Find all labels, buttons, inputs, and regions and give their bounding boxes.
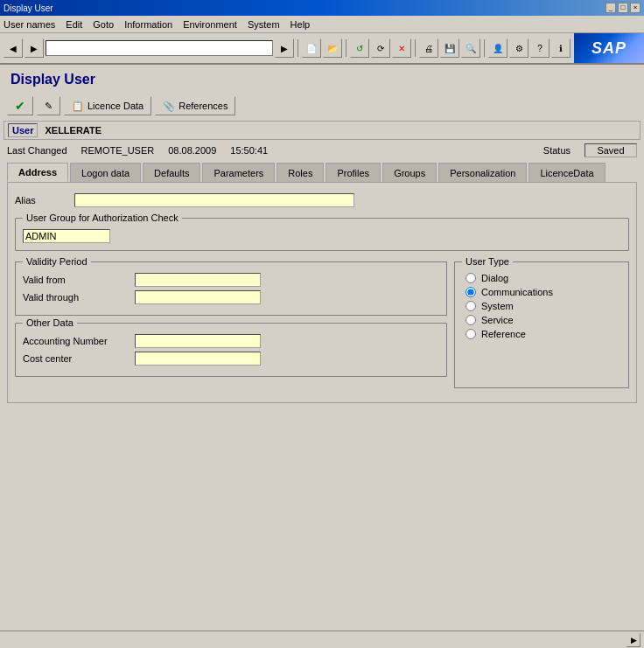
user-type-box: User Type Dialog Communications Syste bbox=[454, 261, 629, 388]
minimize-button[interactable]: _ bbox=[606, 3, 616, 13]
references-icon: 📎 bbox=[163, 101, 175, 112]
button-bar: ✔ ✎ 📋 Licence Data 📎 References bbox=[4, 94, 640, 117]
radio-reference-input[interactable] bbox=[466, 329, 476, 339]
radio-dialog-input[interactable] bbox=[466, 273, 476, 283]
forward-button[interactable]: ▶ bbox=[24, 38, 44, 58]
menu-bar: User names Edit Goto Information Environ… bbox=[0, 16, 644, 33]
menu-goto[interactable]: Goto bbox=[93, 19, 114, 30]
cost-center-row: Cost center bbox=[23, 352, 439, 366]
window-controls[interactable]: _ □ × bbox=[606, 3, 640, 13]
find-btn[interactable]: 🔍 bbox=[461, 38, 480, 58]
cost-center-input[interactable] bbox=[135, 352, 261, 366]
refresh-btn[interactable]: ⟳ bbox=[371, 38, 390, 58]
header-area: ◀ ▶ ▶ 📄 📂 ↺ ⟳ ✕ 🖨 💾 🔍 👤 ⚙ ? ℹ SAP bbox=[0, 33, 644, 65]
menu-system[interactable]: System bbox=[248, 19, 280, 30]
radio-dialog[interactable]: Dialog bbox=[466, 273, 618, 283]
radio-system-label: System bbox=[481, 301, 514, 311]
alias-label: Alias bbox=[15, 195, 67, 206]
close-button[interactable]: × bbox=[630, 3, 640, 13]
licence-data-button[interactable]: 📋 Licence Data bbox=[64, 96, 151, 115]
menu-help[interactable]: Help bbox=[290, 19, 311, 30]
references-button[interactable]: 📎 References bbox=[155, 96, 235, 115]
tab-roles[interactable]: Roles bbox=[276, 163, 324, 182]
accounting-number-input[interactable] bbox=[135, 334, 261, 348]
status-label: Status bbox=[543, 145, 570, 156]
left-column: Validity Period Valid from Valid through bbox=[15, 261, 447, 395]
valid-from-row: Valid from bbox=[23, 273, 439, 287]
user-group-input[interactable] bbox=[23, 229, 110, 243]
valid-through-input[interactable] bbox=[135, 290, 261, 304]
tab-profiles[interactable]: Profiles bbox=[326, 163, 381, 182]
radio-system[interactable]: System bbox=[466, 301, 618, 311]
toolbar: ◀ ▶ ▶ 📄 📂 ↺ ⟳ ✕ 🖨 💾 🔍 👤 ⚙ ? ℹ bbox=[0, 33, 574, 63]
radio-communications-input[interactable] bbox=[466, 287, 476, 297]
changed-date-value: 08.08.2009 bbox=[168, 145, 216, 156]
valid-through-row: Valid through bbox=[23, 290, 439, 304]
new-button[interactable]: 📄 bbox=[302, 38, 321, 58]
valid-from-label: Valid from bbox=[23, 275, 128, 285]
licence-icon: 📋 bbox=[72, 101, 84, 112]
validity-period-content: Valid from Valid through bbox=[23, 273, 439, 304]
check-icon-btn[interactable]: ✔ bbox=[7, 96, 33, 115]
go-button[interactable]: ▶ bbox=[275, 38, 294, 58]
right-column: User Type Dialog Communications Syste bbox=[454, 261, 629, 395]
tab-personalization[interactable]: Personalization bbox=[438, 163, 527, 182]
validity-period-box: Validity Period Valid from Valid through bbox=[15, 261, 447, 316]
green-btn[interactable]: ↺ bbox=[350, 38, 369, 58]
radio-communications[interactable]: Communications bbox=[466, 287, 618, 297]
user-group-title: User Group for Authorization Check bbox=[23, 213, 182, 223]
tab-logon-data[interactable]: Logon data bbox=[70, 163, 141, 182]
back-button[interactable]: ◀ bbox=[4, 38, 23, 58]
tab-licence-data[interactable]: LicenceData bbox=[528, 163, 605, 182]
menu-edit[interactable]: Edit bbox=[66, 19, 82, 30]
address-input[interactable] bbox=[46, 40, 273, 56]
separator-4 bbox=[484, 39, 485, 57]
radio-communications-label: Communications bbox=[481, 287, 553, 297]
changed-by-value: REMOTE_USER bbox=[81, 145, 155, 156]
save-btn[interactable]: 💾 bbox=[440, 38, 459, 58]
cost-center-label: Cost center bbox=[23, 353, 128, 364]
tab-defaults[interactable]: Defaults bbox=[143, 163, 200, 182]
user-type-radio-group: Dialog Communications System Servic bbox=[462, 266, 621, 346]
separator-1 bbox=[298, 39, 298, 57]
other-data-title: Other Data bbox=[23, 317, 77, 328]
changed-time-value: 15:50:41 bbox=[230, 145, 268, 156]
radio-service[interactable]: Service bbox=[466, 315, 618, 325]
menu-environment[interactable]: Environment bbox=[183, 19, 237, 30]
radio-service-input[interactable] bbox=[466, 315, 476, 325]
check-icon: ✔ bbox=[15, 99, 25, 113]
radio-system-input[interactable] bbox=[466, 301, 476, 311]
print-btn[interactable]: 🖨 bbox=[419, 38, 438, 58]
valid-from-input[interactable] bbox=[135, 273, 261, 287]
tab-parameters[interactable]: Parameters bbox=[202, 163, 275, 182]
user-field-value: XELLERATE bbox=[45, 125, 102, 136]
accounting-number-row: Accounting Number bbox=[23, 334, 439, 348]
separator-2 bbox=[346, 39, 346, 57]
about-btn[interactable]: ℹ bbox=[551, 38, 570, 58]
sap-logo: SAP bbox=[574, 33, 644, 63]
window-title: Display User bbox=[4, 3, 53, 13]
last-changed-label: Last Changed bbox=[7, 145, 67, 156]
tab-groups[interactable]: Groups bbox=[382, 163, 437, 182]
user-field-label: User bbox=[8, 123, 38, 137]
tab-address[interactable]: Address bbox=[7, 163, 68, 182]
title-bar: Display User _ □ × bbox=[0, 0, 644, 16]
help-btn[interactable]: ? bbox=[530, 38, 550, 58]
menu-information[interactable]: Information bbox=[124, 19, 172, 30]
pencil-icon-btn[interactable]: ✎ bbox=[37, 96, 60, 115]
menu-usernames[interactable]: User names bbox=[4, 19, 55, 30]
user-group-content bbox=[23, 229, 621, 243]
alias-row: Alias bbox=[15, 190, 629, 211]
page-title: Display User bbox=[4, 68, 640, 91]
settings-btn[interactable]: ⚙ bbox=[509, 38, 528, 58]
status-bar-arrow[interactable]: ▶ bbox=[626, 633, 640, 647]
maximize-button[interactable]: □ bbox=[618, 3, 628, 13]
edit-icon: ✎ bbox=[45, 101, 52, 112]
stop-btn[interactable]: ✕ bbox=[392, 38, 411, 58]
valid-through-label: Valid through bbox=[23, 292, 128, 303]
separator-3 bbox=[415, 39, 416, 57]
user-btn[interactable]: 👤 bbox=[488, 38, 508, 58]
alias-input[interactable] bbox=[74, 193, 354, 207]
radio-reference[interactable]: Reference bbox=[466, 329, 618, 339]
open-button[interactable]: 📂 bbox=[323, 38, 342, 58]
